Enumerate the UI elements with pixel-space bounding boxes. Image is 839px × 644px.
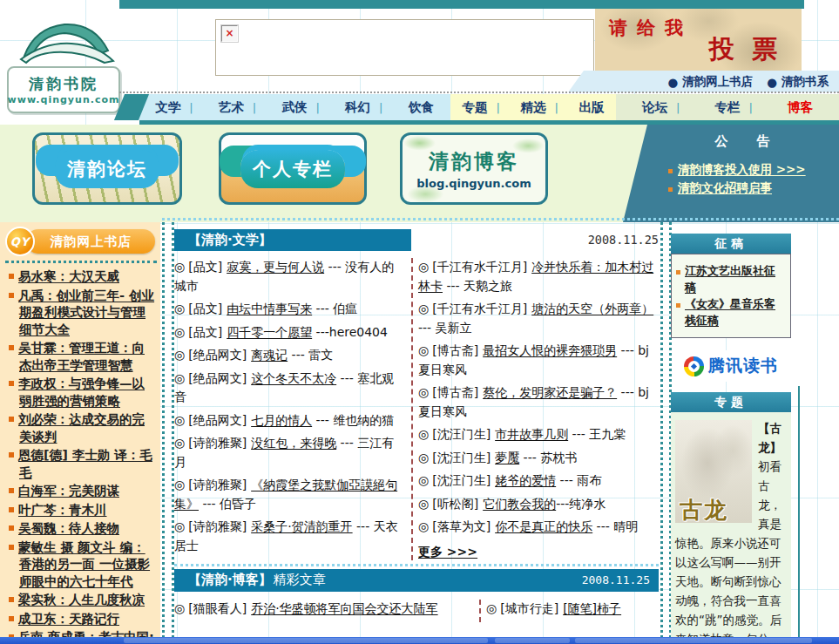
nav-item[interactable]: 武侠 | — [281, 99, 328, 116]
vote-banner[interactable]: 请给我 投票 — [595, 9, 802, 71]
article-title-link[interactable]: 最招女人恨的裸奔猥琐男 — [483, 343, 617, 357]
article-title-link[interactable]: 乔治·华盛顿将军向国会交还大陆军 — [251, 601, 437, 615]
column-divider — [411, 258, 413, 560]
article-title-link[interactable]: 四千零一个愿望 — [227, 325, 312, 339]
taskbar-button[interactable] — [495, 638, 570, 643]
taskbar[interactable] — [0, 637, 839, 644]
bookstore-item[interactable]: 白海军：完美阴谋 — [9, 483, 155, 500]
article-title-link[interactable]: 没红包，来得晚 — [251, 436, 336, 450]
nav-item[interactable]: 文学 | — [155, 99, 201, 116]
article-title-link[interactable]: 离魂记 — [251, 348, 288, 362]
bookstore-item-link[interactable]: 李政权：与强争锋—以弱胜强的营销策略 — [18, 376, 145, 408]
bookstore-item-link[interactable]: 易水寒：大汉天威 — [18, 269, 119, 283]
nav-item-label[interactable]: 专题 — [463, 99, 488, 116]
nav-item-label[interactable]: 精选 — [520, 99, 545, 116]
nav-item[interactable]: 精选 | — [520, 99, 566, 116]
article-title-link[interactable]: 采桑子·贺清韵重开 — [251, 519, 352, 533]
nav-item-label[interactable]: 专栏 — [714, 99, 740, 116]
bookstore-item-link[interactable]: 凡禹：创业前三年- 创业期盈利模式设计与管理细节大全 — [18, 288, 154, 336]
nav-item-label[interactable]: 文学 — [155, 99, 180, 116]
taskbar-button[interactable] — [575, 638, 812, 643]
call-for-papers-link[interactable]: 江苏文艺出版社征稿 — [676, 262, 786, 295]
nav-item[interactable]: 科幻 | — [345, 99, 391, 116]
article-title-link[interactable]: 它们教会我的 — [483, 497, 556, 511]
article-item: ◎[品文]四千零一个愿望 ---here0404 — [174, 323, 406, 342]
article-item: ◎[听松阁]它们教会我的---纯净水 — [418, 495, 659, 514]
square-bullet-icon — [9, 507, 14, 512]
forum-banner-label: 清韵论坛 — [55, 150, 159, 188]
bookstore-item[interactable]: 蒙敏生 摄 颜文斗 编：香港的另一面 一位摄影师眼中的六七十年代 — [9, 539, 155, 591]
forum-banner-button[interactable]: 清韵论坛 — [32, 132, 182, 205]
bookstore-item-link[interactable]: 吴甘霖：管理王道：向杰出帝王学管理智慧 — [18, 341, 145, 372]
bookstore-item[interactable]: 刘必荣：达成交易的完美谈判 — [9, 411, 155, 445]
nav-separator: | — [676, 101, 680, 114]
announcement-link[interactable]: 清韵博客投入使用 >>> — [668, 160, 829, 179]
article-title-link[interactable]: 七月的情人 — [251, 413, 312, 427]
bookstore-item[interactable]: 吴甘霖：管理王道：向杰出帝王学管理智慧 — [9, 340, 155, 374]
nav-item[interactable]: 专栏 | — [714, 99, 761, 116]
bookstore-item-link[interactable]: 恩德[德] 李士勋 译：毛毛 — [18, 448, 152, 479]
announcement-link-label[interactable]: 清韵文化招聘启事 — [678, 179, 772, 197]
announcement-link-label[interactable]: 清韵博客投入使用 >>> — [678, 160, 806, 179]
bookstore-item-link[interactable]: 成卫东：天路记行 — [18, 612, 119, 626]
top-link[interactable]: ● 清韵网上书店 — [667, 74, 753, 90]
nav-item-label[interactable]: 武侠 — [281, 99, 307, 116]
article-title-link[interactable]: [随笔]柿子 — [563, 601, 621, 615]
article-title-link[interactable]: 姥爷的爱情 — [495, 473, 556, 487]
top-link[interactable]: ● 清韵书系 — [767, 74, 829, 90]
article-title-link[interactable]: 塘沽的天空（外两章） — [531, 302, 653, 315]
nav-item-label[interactable]: 出版 — [579, 99, 604, 116]
nav-item[interactable]: 论坛 | — [642, 99, 688, 116]
article-title-link[interactable]: 夢魘 — [495, 451, 519, 464]
bookstore-item[interactable]: 凡禹：创业前三年- 创业期盈利模式设计与管理细节大全 — [9, 288, 155, 339]
call-for-papers-link-label[interactable]: 《女友》星音乐客栈征稿 — [685, 295, 786, 329]
article-title-link[interactable]: 市井故事几则 — [495, 427, 568, 441]
nav-item-label[interactable]: 博客 — [788, 99, 813, 116]
call-for-papers-link[interactable]: 《女友》星音乐客栈征稿 — [676, 295, 786, 329]
bookstore-item-link[interactable]: 刘必荣：达成交易的完美谈判 — [18, 412, 145, 444]
bookstore-item[interactable]: 成卫东：天路记行 — [9, 611, 155, 628]
bookstore-item-link[interactable]: 叶广芩：青木川 — [18, 503, 107, 517]
bookstore-item[interactable]: 李政权：与强争锋—以弱胜强的营销策略 — [9, 376, 155, 410]
nav-item[interactable]: 饮食 | — [409, 99, 434, 116]
nav-item-label[interactable]: 科幻 — [345, 99, 370, 116]
bookstore-item[interactable]: 易水寒：大汉天威 — [9, 268, 155, 286]
nav-item-label[interactable]: 饮食 — [409, 99, 434, 116]
square-bullet-icon — [9, 417, 14, 422]
site-url: www.qingyun.com — [8, 94, 120, 105]
call-for-papers-link-label[interactable]: 江苏文艺出版社征稿 — [685, 262, 786, 295]
article-title-link[interactable]: 你不是真正的快乐 — [495, 519, 592, 533]
nav-item[interactable]: 专题 | — [463, 99, 509, 116]
tencent-reading-ad[interactable]: 腾讯读书 — [673, 350, 789, 382]
item-marker-icon: ◎ — [418, 451, 429, 464]
nav-item-label[interactable]: 论坛 — [642, 99, 667, 116]
article-title-link[interactable]: 这个冬天不太冷 — [251, 371, 336, 385]
taskbar-button[interactable] — [124, 638, 488, 643]
nav-item[interactable]: 出版 | — [579, 99, 604, 116]
article-title-link[interactable]: 寂寞，更与何人说 — [227, 260, 324, 274]
bookstore-item[interactable]: 吴蜀魏：待人接物 — [9, 520, 155, 538]
article-title-link[interactable]: 蔡伦，发明家还是骗子？ — [483, 385, 617, 399]
nav-item[interactable]: 博客 | — [788, 99, 813, 116]
item-marker-icon: ◎ — [174, 348, 185, 362]
personal-column-banner-button[interactable]: 个人专栏 — [219, 132, 367, 205]
blog-banner-url: blog.qingyun.com — [416, 177, 531, 190]
bookstore-item[interactable]: 恩德[德] 李士勋 译：毛毛 — [9, 447, 155, 481]
bookstore-item[interactable]: 梁实秋：人生几度秋凉 — [9, 592, 155, 609]
site-logo[interactable]: 清韵书院 www.qingyun.com — [3, 16, 124, 101]
nav-item-label[interactable]: 艺术 — [219, 99, 244, 116]
literature-right-list: ◎[千江有水千江月]冷并快乐着：加木村过林卡 --- 天鹅之旅◎[千江有水千江月… — [418, 258, 659, 537]
nav-item[interactable]: 艺术 | — [219, 99, 265, 116]
item-marker-icon: ◎ — [174, 260, 185, 274]
item-marker-icon: ◎ — [418, 519, 429, 533]
square-bullet-icon — [9, 545, 14, 550]
bookstore-item-link[interactable]: 蒙敏生 摄 颜文斗 编：香港的另一面 一位摄影师眼中的六七十年代 — [18, 540, 150, 588]
announcement-link[interactable]: 清韵文化招聘启事 — [668, 179, 829, 197]
more-link[interactable]: 更多 >>> — [418, 545, 477, 560]
bookstore-item-link[interactable]: 梁实秋：人生几度秋凉 — [18, 593, 145, 607]
bookstore-item-link[interactable]: 吴蜀魏：待人接物 — [18, 521, 119, 535]
bookstore-item[interactable]: 叶广芩：青木川 — [9, 502, 155, 519]
bookstore-item-link[interactable]: 白海军：完美阴谋 — [18, 484, 119, 498]
blog-banner-button[interactable]: 清韵博客 blog.qingyun.com — [400, 132, 548, 205]
article-title-link[interactable]: 由坛中情事写来 — [227, 302, 312, 315]
